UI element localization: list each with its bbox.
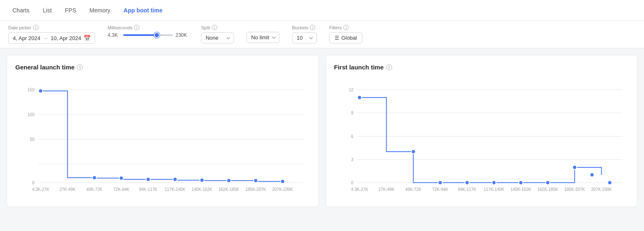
first-dot-8 <box>590 173 594 177</box>
svg-text:0: 0 <box>351 181 353 185</box>
svg-text:4.3K-27K: 4.3K-27K <box>351 187 368 192</box>
svg-text:49K-72K: 49K-72K <box>405 187 421 192</box>
first-chart-body: 12 9 6 3 0 <box>334 77 629 198</box>
general-chart-body: 150 100 50 0 4.3K-27K <box>15 77 310 198</box>
first-dot-7 <box>572 165 577 169</box>
tab-fps[interactable]: FPS <box>59 4 82 17</box>
svg-text:117K-140K: 117K-140K <box>165 187 185 192</box>
first-launch-svg: 12 9 6 3 0 <box>334 77 629 197</box>
first-dot-9 <box>608 181 612 185</box>
split-info-icon[interactable]: i <box>212 25 217 30</box>
date-to: 10, Apr 2024 <box>51 35 81 41</box>
svg-text:185K-207K: 185K-207K <box>245 187 266 192</box>
svg-text:185K-207K: 185K-207K <box>564 187 585 192</box>
general-chart-info-icon[interactable]: i <box>77 64 83 70</box>
general-dot-2 <box>119 176 123 180</box>
svg-text:140K-162K: 140K-162K <box>510 187 531 192</box>
filters-group: Filters i ☰ Global <box>329 25 362 43</box>
general-launch-title: General launch time i <box>15 64 310 71</box>
svg-text:72K-94K: 72K-94K <box>432 187 448 192</box>
date-picker-label: Date picker i <box>8 25 95 30</box>
first-dot-0 <box>357 95 362 100</box>
filters-info-icon[interactable]: i <box>343 25 349 30</box>
general-dot-4 <box>173 177 177 181</box>
first-launch-title: First launch time i <box>334 64 629 71</box>
split-label: Split i <box>201 25 234 30</box>
no-limit-label <box>247 25 280 30</box>
date-from: 4, Apr 2024 <box>13 35 41 41</box>
svg-text:162K-185K: 162K-185K <box>537 187 558 192</box>
svg-text:150: 150 <box>28 88 35 92</box>
tab-app-boot-time[interactable]: App boot time <box>118 4 168 17</box>
general-dot-0 <box>38 89 43 93</box>
svg-text:27K-49K: 27K-49K <box>378 187 394 192</box>
svg-text:94K-117K: 94K-117K <box>458 187 476 192</box>
general-dot-7 <box>254 179 258 183</box>
svg-text:140K-162K: 140K-162K <box>192 187 212 192</box>
general-dot-1 <box>92 176 96 180</box>
svg-text:207K-230K: 207K-230K <box>272 187 293 192</box>
svg-text:94K-117K: 94K-117K <box>139 187 158 192</box>
buckets-info-icon[interactable]: i <box>310 25 315 30</box>
svg-text:50: 50 <box>30 137 35 142</box>
no-limit-group: No limit <box>247 25 280 43</box>
first-dot-3 <box>465 181 469 185</box>
svg-text:3: 3 <box>351 157 353 162</box>
svg-text:12: 12 <box>349 88 354 92</box>
general-launch-chart-card: General launch time i 150 100 50 0 <box>7 55 319 207</box>
svg-text:207K-230K: 207K-230K <box>591 187 612 192</box>
general-dot-6 <box>227 179 231 183</box>
svg-text:6: 6 <box>351 134 353 139</box>
no-limit-select[interactable]: No limit <box>247 32 280 43</box>
date-picker-group: Date picker i 4, Apr 2024 → 10, Apr 2024… <box>8 25 95 44</box>
general-dot-8 <box>280 179 285 183</box>
svg-text:72K-94K: 72K-94K <box>113 187 129 192</box>
date-picker-input[interactable]: 4, Apr 2024 → 10, Apr 2024 📅 <box>8 32 95 44</box>
first-dot-4 <box>492 181 496 185</box>
filter-icon: ☰ <box>335 35 339 41</box>
first-dot-5 <box>519 181 523 185</box>
svg-text:4.3K-27K: 4.3K-27K <box>32 187 49 192</box>
general-dot-5 <box>200 178 204 182</box>
first-dot-6 <box>546 181 550 185</box>
filters-button[interactable]: ☰ Global <box>329 32 362 43</box>
svg-text:100: 100 <box>28 112 35 117</box>
split-group: Split i None <box>201 25 234 43</box>
first-launch-chart-card: First launch time i 12 9 6 3 0 <box>326 55 638 207</box>
svg-text:0: 0 <box>32 181 35 185</box>
controls-bar: Date picker i 4, Apr 2024 → 10, Apr 2024… <box>0 21 644 48</box>
split-select[interactable]: None <box>201 32 234 43</box>
filters-value: Global <box>341 35 357 41</box>
svg-text:49K-72K: 49K-72K <box>86 187 103 192</box>
svg-text:9: 9 <box>351 111 353 115</box>
svg-text:117K-140K: 117K-140K <box>484 187 504 192</box>
general-launch-svg: 150 100 50 0 4.3K-27K <box>15 77 310 197</box>
tab-list[interactable]: List <box>37 4 57 17</box>
buckets-group: Buckets i 10 <box>292 25 317 43</box>
date-arrow-icon: → <box>43 35 48 41</box>
ms-label: Milliseconds i <box>108 25 189 30</box>
milliseconds-group: Milliseconds i 4.3K 230K <box>108 25 189 38</box>
svg-text:162K-185K: 162K-185K <box>218 187 239 192</box>
ms-range-slider[interactable] <box>123 34 173 36</box>
first-dot-2 <box>438 181 442 185</box>
first-dot-1 <box>411 150 415 154</box>
tab-memory[interactable]: Memory <box>84 4 116 17</box>
ms-max-label: 230K <box>175 32 189 38</box>
ms-min-label: 4.3K <box>108 32 121 38</box>
general-dot-3 <box>146 177 150 181</box>
svg-text:27K-49K: 27K-49K <box>60 187 76 192</box>
ms-info-icon[interactable]: i <box>134 25 139 30</box>
filters-label: Filters i <box>329 25 362 30</box>
first-chart-info-icon[interactable]: i <box>386 64 392 70</box>
ms-range-control: 4.3K 230K <box>108 32 189 38</box>
buckets-select[interactable]: 10 <box>292 32 317 43</box>
date-picker-info-icon[interactable]: i <box>33 25 38 30</box>
charts-area: General launch time i 150 100 50 0 <box>0 48 644 214</box>
buckets-label: Buckets i <box>292 25 317 30</box>
calendar-icon: 📅 <box>84 35 91 41</box>
tab-charts[interactable]: Charts <box>7 4 35 17</box>
top-nav: Charts List FPS Memory App boot time <box>0 0 644 21</box>
